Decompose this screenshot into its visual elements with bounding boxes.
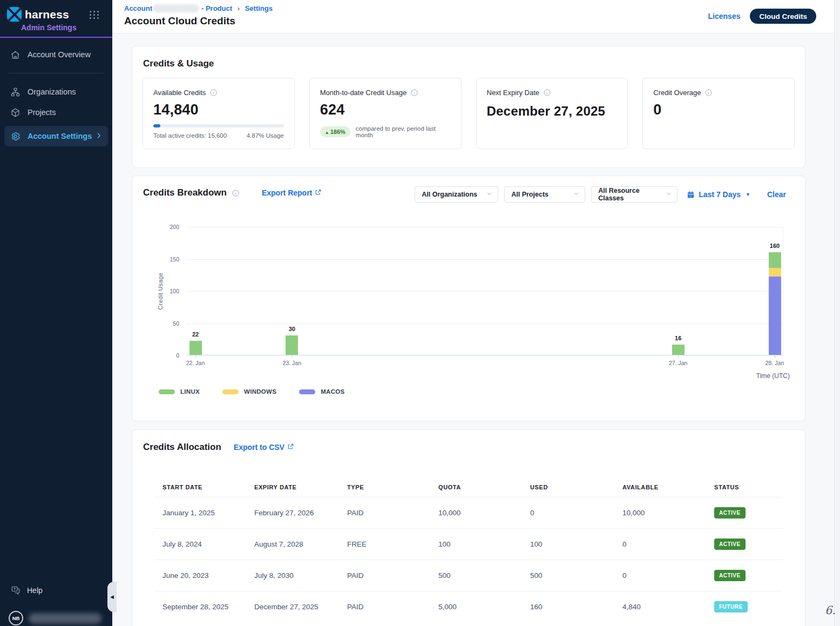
cell-start: June 20, 2023 bbox=[162, 571, 254, 580]
trend-note: compared to prev. period last month bbox=[356, 125, 451, 138]
brand-name: harness bbox=[25, 8, 69, 21]
card-label: Available Credits bbox=[153, 89, 206, 97]
export-csv-link[interactable]: Export to CSV bbox=[234, 443, 294, 452]
external-link-icon bbox=[287, 443, 294, 452]
legend-label: LINUX bbox=[180, 388, 200, 395]
cell-quota: 100 bbox=[438, 540, 530, 548]
status-badge: ACTIVE bbox=[714, 570, 746, 581]
sidebar-item-organizations[interactable]: Organizations bbox=[0, 82, 112, 102]
bar-segment-linux[interactable] bbox=[189, 341, 202, 355]
chevron-right-icon bbox=[95, 132, 103, 141]
cell-type: PAID bbox=[347, 603, 438, 611]
sidebar-item-label: Projects bbox=[28, 108, 56, 117]
cell-expiry: December 27, 2025 bbox=[254, 603, 347, 611]
sidebar-item-account-overview[interactable]: Account Overview bbox=[0, 44, 112, 65]
licenses-link[interactable]: Licenses bbox=[708, 12, 741, 21]
sidebar-collapse-handle[interactable]: ◀ bbox=[107, 582, 117, 612]
external-link-icon bbox=[315, 189, 322, 197]
cell-start: July 8, 2024 bbox=[162, 540, 254, 548]
cell-available: 10,000 bbox=[622, 509, 714, 517]
legend-swatch bbox=[222, 389, 239, 394]
bar-segment-macos[interactable] bbox=[769, 277, 781, 355]
status-badge: FUTURE bbox=[714, 601, 748, 612]
bar-segment-linux[interactable] bbox=[769, 252, 781, 268]
bar-segment-linux[interactable] bbox=[286, 335, 298, 355]
x-axis-title: Time (UTC) bbox=[756, 372, 790, 380]
column-header: USED bbox=[530, 484, 622, 490]
credits-progress-fill bbox=[153, 124, 160, 127]
scrollbar-track[interactable] bbox=[834, 0, 840, 626]
projects-select[interactable]: All Projects bbox=[504, 186, 585, 203]
allocation-table: START DATEEXPIRY DATETYPEQUOTAUSEDAVAILA… bbox=[154, 477, 783, 622]
resource-classes-select[interactable]: All Resource Classes bbox=[591, 186, 678, 203]
total-active-credits: Total active credits: 15,600 bbox=[153, 132, 227, 139]
trend-badge: ▲186% bbox=[320, 126, 350, 137]
card-label: Next Expiry Date bbox=[487, 89, 540, 97]
info-icon[interactable] bbox=[209, 89, 218, 97]
cloud-credits-button[interactable]: Cloud Credits bbox=[750, 9, 816, 24]
sidebar-item-account-settings[interactable]: Account Settings bbox=[4, 126, 108, 146]
legend-item-linux[interactable]: LINUX bbox=[159, 388, 200, 395]
legend-swatch bbox=[299, 389, 315, 394]
gear-icon bbox=[10, 131, 21, 142]
credits-usage-panel: Credits & Usage Available Credits 14,840… bbox=[132, 46, 805, 168]
cell-quota: 5,000 bbox=[438, 603, 530, 611]
credit-usage-chart: 0501001502002222. Jan3023. Jan1627. Jan1… bbox=[187, 227, 783, 355]
breadcrumb[interactable]: Account- Product › Settings bbox=[124, 4, 273, 12]
sidebar-item-label: Organizations bbox=[28, 87, 76, 96]
legend-item-windows[interactable]: WINDOWS bbox=[222, 388, 276, 395]
cell-available: 4,840 bbox=[622, 603, 714, 611]
cell-quota: 500 bbox=[438, 571, 530, 580]
card-label: Credit Overage bbox=[653, 89, 701, 97]
cell-used: 100 bbox=[530, 540, 622, 548]
status-badge: ACTIVE bbox=[714, 507, 746, 519]
user-row[interactable]: NB bbox=[9, 611, 101, 625]
date-range-picker[interactable]: Last 7 Days ▼ bbox=[687, 190, 750, 199]
legend-item-macos[interactable]: MACOS bbox=[299, 388, 344, 395]
column-header: TYPE bbox=[347, 484, 438, 490]
legend-label: WINDOWS bbox=[244, 388, 276, 395]
table-header-row: START DATEEXPIRY DATETYPEQUOTAUSEDAVAILA… bbox=[154, 477, 783, 497]
info-icon[interactable] bbox=[704, 89, 713, 97]
credit-overage-card: Credit Overage 0 bbox=[642, 78, 795, 149]
bar-value-label: 16 bbox=[675, 335, 681, 341]
x-tick-mark bbox=[292, 355, 293, 358]
sidebar-item-projects[interactable]: Projects bbox=[0, 102, 112, 123]
breadcrumb-separator: › bbox=[238, 4, 240, 12]
status-badge: ACTIVE bbox=[714, 539, 746, 550]
export-report-link[interactable]: Export Report bbox=[262, 189, 322, 197]
cell-available: 0 bbox=[622, 540, 714, 548]
help-button[interactable]: Help bbox=[11, 585, 43, 595]
breadcrumb-product[interactable]: - Product bbox=[201, 4, 232, 12]
bar-segment-linux[interactable] bbox=[672, 345, 685, 355]
y-tick-label: 200 bbox=[170, 224, 179, 230]
app-grid-icon[interactable] bbox=[90, 11, 99, 19]
page-title: Account Cloud Credits bbox=[124, 15, 235, 27]
chevron-down-icon bbox=[568, 191, 579, 198]
breadcrumb-settings[interactable]: Settings bbox=[245, 4, 273, 12]
info-icon[interactable] bbox=[232, 189, 240, 197]
info-icon[interactable] bbox=[410, 89, 418, 97]
next-expiry-card: Next Expiry Date December 27, 2025 bbox=[476, 78, 628, 149]
column-header: EXPIRY DATE bbox=[254, 484, 347, 490]
x-tick-mark bbox=[775, 355, 775, 358]
breadcrumb-account[interactable]: Account bbox=[124, 4, 152, 12]
cell-expiry: July 8, 2030 bbox=[254, 571, 347, 580]
clear-filters-link[interactable]: Clear bbox=[767, 190, 786, 199]
info-icon[interactable] bbox=[543, 89, 551, 97]
bar-segment-windows[interactable] bbox=[769, 268, 781, 276]
section-title: Credits Breakdown bbox=[143, 187, 227, 198]
available-credits-card: Available Credits 14,840 Total active cr… bbox=[143, 78, 295, 149]
organizations-select[interactable]: All Organizations bbox=[415, 186, 498, 203]
y-axis-title: Credit Usage bbox=[157, 273, 164, 310]
legend-swatch bbox=[159, 389, 175, 394]
trend-up-icon: ▲ bbox=[325, 130, 329, 135]
cube-icon bbox=[10, 107, 21, 118]
mtd-usage-card: Month-to-date Credit Usage 624 ▲186% com… bbox=[309, 78, 462, 149]
card-label: Month-to-date Credit Usage bbox=[320, 89, 407, 97]
gridline bbox=[187, 324, 783, 324]
sidebar-item-label: Account Settings bbox=[28, 132, 92, 140]
cell-used: 0 bbox=[530, 509, 622, 517]
section-title: Credits & Usage bbox=[132, 46, 805, 69]
column-header: QUOTA bbox=[438, 484, 530, 490]
